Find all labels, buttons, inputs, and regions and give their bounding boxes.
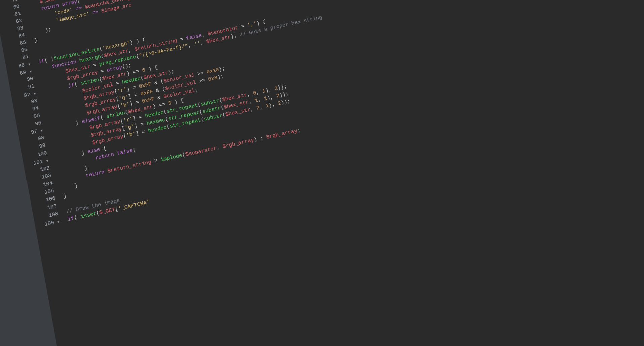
token-pl: ] = <box>135 128 149 137</box>
code-editor[interactable]: 7879808182838485868788 ▼89 ▼909192 ▼9394… <box>0 0 644 346</box>
token-pl: )); <box>280 98 291 106</box>
fold-marker-icon[interactable]: ▼ <box>44 159 49 164</box>
fold-marker-icon[interactable]: ▼ <box>26 63 31 67</box>
token-pl: = <box>112 80 123 88</box>
token-pl: (); <box>122 63 132 70</box>
token-pl: } <box>63 193 67 200</box>
token-str: 'r' <box>117 86 127 94</box>
fold-marker-icon[interactable]: ▼ <box>27 70 32 74</box>
token-str: 'g' <box>118 94 129 102</box>
token-str: 'b' <box>120 101 130 109</box>
token-pl: = <box>237 23 248 31</box>
token-pl: ( <box>77 0 81 4</box>
token-pl: & <box>154 94 164 102</box>
token-pl: = <box>97 68 108 75</box>
token-pl: ); <box>168 69 175 76</box>
token-pl: = <box>90 62 100 69</box>
token-pl: ); <box>230 32 240 40</box>
code-area[interactable]: strlen( realpath($_SERVER['DOCUMENT_ROOT… <box>20 0 644 346</box>
token-str: 'r' <box>123 116 133 124</box>
token-pl: >> <box>195 77 209 85</box>
token-pl: { <box>100 145 107 152</box>
token-pl: )); <box>277 83 287 91</box>
token-str: 'g' <box>124 124 135 131</box>
token-pl: ? <box>151 157 161 165</box>
token-pl: ), <box>265 86 275 94</box>
token-pl: ), <box>266 94 277 101</box>
token-pl: ); <box>217 74 224 81</box>
fold-marker-icon[interactable]: ▼ <box>55 220 60 225</box>
token-num: 0x8 <box>208 75 218 83</box>
token-pl: )); <box>279 91 289 99</box>
token-pl: ; <box>132 147 137 153</box>
token-str: ',' <box>247 21 257 28</box>
token-pl: ) : <box>253 135 267 143</box>
token-pl: = <box>177 36 187 43</box>
token-pl: } <box>34 37 38 44</box>
fold-marker-icon[interactable]: ▼ <box>31 92 36 97</box>
token-pl: ) { <box>256 19 266 26</box>
token-pl: ), <box>268 101 279 109</box>
token-str: 'b' <box>126 131 136 139</box>
token-pl: ( ! <box>44 56 54 64</box>
file-item[interactable]: x.php <box>0 127 18 151</box>
token-pl: ; <box>194 87 198 93</box>
fold-marker-icon[interactable]: ▼ <box>38 129 43 133</box>
token-pl: ); <box>218 66 226 73</box>
